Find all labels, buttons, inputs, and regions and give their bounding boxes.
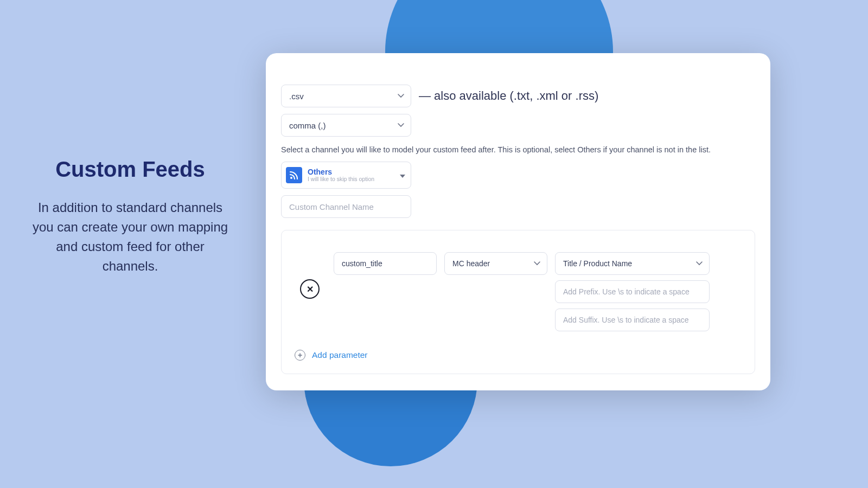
file-extension-select[interactable]: .csv	[281, 85, 411, 107]
delimiter-select[interactable]: comma (,)	[281, 114, 411, 137]
caret-down-icon	[400, 170, 405, 180]
chevron-down-icon	[398, 94, 404, 98]
source-field-value: Title / Product Name	[563, 259, 632, 268]
channel-instruction: Select a channel you will like to model …	[281, 145, 755, 154]
source-field-select[interactable]: Title / Product Name	[555, 252, 710, 275]
suffix-input[interactable]	[555, 309, 710, 331]
page-description: In addition to standard channels you can…	[30, 198, 231, 276]
prefix-input[interactable]	[555, 280, 710, 303]
field-name-input[interactable]	[334, 252, 437, 275]
delimiter-row: comma (,)	[281, 114, 755, 137]
delimiter-value: comma (,)	[289, 121, 326, 130]
plus-icon: +	[295, 350, 305, 361]
close-icon: ✕	[307, 284, 314, 294]
channel-title: Others	[308, 168, 374, 176]
config-card: .csv — also available (.txt, .xml or .rs…	[266, 53, 770, 390]
header-select[interactable]: MC header	[444, 252, 547, 275]
header-select-value: MC header	[452, 259, 490, 268]
custom-channel-name-input[interactable]	[281, 195, 411, 218]
add-parameter-button[interactable]: + Add parameter	[293, 346, 743, 364]
chevron-down-icon	[534, 261, 540, 266]
channel-text: Others I will like to skip this option	[308, 168, 374, 183]
left-panel: Custom Feeds In addition to standard cha…	[30, 157, 231, 276]
page-title: Custom Feeds	[30, 157, 231, 182]
svg-point-0	[290, 177, 292, 179]
chevron-down-icon	[398, 123, 404, 127]
remove-parameter-button[interactable]: ✕	[300, 279, 320, 299]
channel-select[interactable]: Others I will like to skip this option	[281, 162, 411, 189]
rss-icon	[286, 167, 302, 183]
mapping-panel: ✕ MC header Title / Product Name	[281, 230, 755, 374]
file-extension-value: .csv	[289, 92, 304, 101]
channel-subtitle: I will like to skip this option	[308, 176, 374, 183]
add-parameter-label: Add parameter	[312, 350, 368, 360]
chevron-down-icon	[696, 261, 703, 266]
extension-row: .csv — also available (.txt, .xml or .rs…	[281, 85, 755, 107]
extension-hint: — also available (.txt, .xml or .rss)	[419, 89, 598, 103]
mapping-row: ✕ MC header Title / Product Name	[293, 252, 743, 331]
